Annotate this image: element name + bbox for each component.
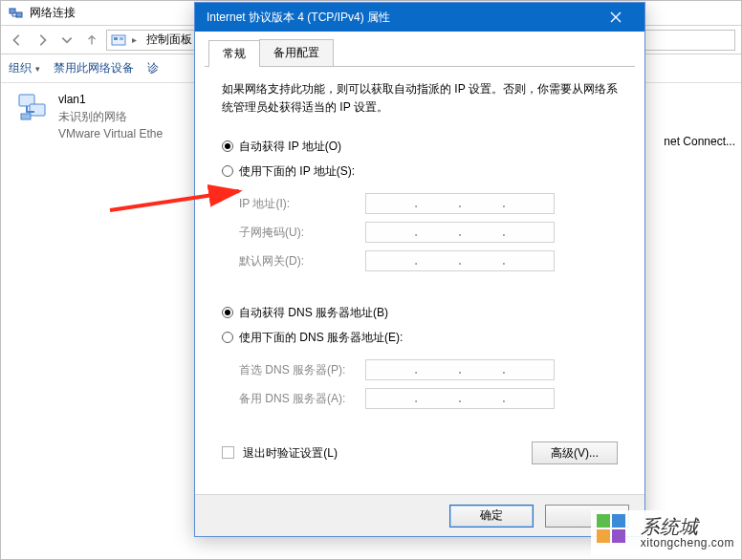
- label-gateway: 默认网关(D):: [222, 253, 365, 269]
- tab-general[interactable]: 常规: [208, 40, 260, 67]
- label-pdns: 首选 DNS 服务器(P):: [222, 362, 365, 378]
- radio-manual-dns[interactable]: 使用下面的 DNS 服务器地址(E):: [222, 325, 618, 350]
- ok-button[interactable]: 确定: [449, 505, 534, 528]
- tab-alternate[interactable]: 备用配置: [259, 39, 334, 66]
- input-adns[interactable]: ...: [365, 388, 555, 409]
- radio-auto-dns[interactable]: 自动获得 DNS 服务器地址(B): [222, 300, 618, 325]
- adapter-icon: [16, 91, 51, 125]
- ipv4-properties-dialog: Internet 协议版本 4 (TCP/IPv4) 属性 常规 备用配置 如果…: [194, 2, 645, 537]
- explorer-title: 网络连接: [30, 5, 76, 21]
- adapter-status: 未识别的网络: [58, 108, 163, 125]
- organize-menu[interactable]: 组织▾: [9, 60, 40, 76]
- tabstrip: 常规 备用配置: [205, 39, 635, 67]
- watermark-name: 系统城: [641, 516, 734, 537]
- radio-auto-ip[interactable]: 自动获得 IP 地址(O): [222, 134, 618, 159]
- svg-rect-0: [10, 9, 15, 13]
- diagnose-button[interactable]: 诊: [147, 60, 159, 76]
- checkbox-icon: [222, 446, 234, 459]
- label-adns: 备用 DNS 服务器(A):: [222, 391, 365, 407]
- watermark: 系统城 xitongcheng.com: [591, 510, 740, 556]
- chevron-right-icon: ▸: [130, 34, 139, 45]
- radio-icon: [222, 140, 233, 152]
- dialog-titlebar: Internet 协议版本 4 (TCP/IPv4) 属性: [195, 3, 644, 32]
- svg-rect-6: [30, 104, 45, 116]
- label-mask: 子网掩码(U):: [222, 225, 365, 241]
- network-icon: [9, 6, 24, 21]
- watermark-logo-icon: [597, 514, 635, 552]
- radio-icon: [222, 307, 233, 318]
- close-button[interactable]: [597, 3, 635, 32]
- svg-rect-4: [120, 37, 123, 40]
- radio-icon: [222, 332, 233, 343]
- adapter-name: vlan1: [58, 91, 163, 108]
- control-panel-icon: [111, 32, 126, 48]
- dialog-title: Internet 协议版本 4 (TCP/IPv4) 属性: [207, 10, 597, 26]
- label-ip: IP 地址(I):: [222, 196, 365, 212]
- input-pdns[interactable]: ...: [365, 359, 555, 380]
- input-mask[interactable]: ...: [365, 222, 555, 243]
- validate-checkbox[interactable]: 退出时验证设置(L): [222, 445, 338, 462]
- watermark-url: xitongcheng.com: [641, 537, 734, 549]
- peek-text: net Connect...: [664, 135, 735, 148]
- adapter-device: VMware Virtual Ethe: [58, 125, 163, 142]
- description-text: 如果网络支持此功能，则可以获取自动指派的 IP 设置。否则，你需要从网络系统管理…: [222, 80, 618, 117]
- svg-rect-7: [21, 114, 31, 119]
- back-button[interactable]: [7, 30, 28, 51]
- dialog-footer: 确定: [195, 494, 644, 536]
- radio-manual-ip[interactable]: 使用下面的 IP 地址(S):: [222, 159, 618, 183]
- history-dropdown[interactable]: [56, 30, 77, 51]
- breadcrumb-item[interactable]: 控制面板: [142, 32, 196, 48]
- input-ip[interactable]: ...: [365, 193, 555, 214]
- input-gateway[interactable]: ...: [365, 250, 555, 271]
- advanced-button[interactable]: 高级(V)...: [532, 442, 618, 464]
- up-button[interactable]: [81, 30, 102, 51]
- forward-button[interactable]: [32, 30, 53, 51]
- network-adapter-item[interactable]: vlan1 未识别的网络 VMware Virtual Ethe: [16, 91, 207, 142]
- disable-device-button[interactable]: 禁用此网络设备: [54, 60, 134, 76]
- svg-rect-3: [114, 37, 118, 40]
- radio-icon: [222, 165, 233, 177]
